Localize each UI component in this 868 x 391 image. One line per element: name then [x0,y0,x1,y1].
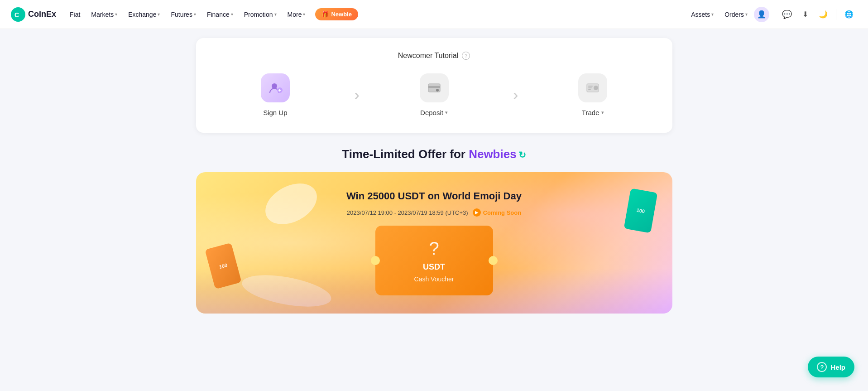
voucher-wrapper: ? USDT Cash Voucher [375,226,493,295]
promo-date: 2023/07/12 19:00 - 2023/07/19 18:59 (UTC… [347,208,521,217]
trade-label[interactable]: Trade ▾ [582,109,604,116]
deposit-label[interactable]: Deposit ▾ [420,109,448,116]
tutorial-title: Newcomer Tutorial [398,52,458,60]
step-trade: Trade ▾ [532,73,654,116]
message-icon: 💬 [782,10,792,19]
svg-point-10 [594,86,598,90]
logo-text: CoinEx [28,10,56,19]
chevron-down-icon: ▾ [194,12,196,17]
nav-item-futures[interactable]: Futures ▾ [166,7,200,22]
chevron-down-icon: ▾ [711,12,714,17]
step-signup: Sign Up [214,73,337,116]
nav-item-promotion[interactable]: Promotion ▾ [240,7,281,22]
main-content: Newcomer Tutorial ? Sign Up [185,29,683,323]
divider [774,9,774,20]
chevron-down-icon: ▾ [601,110,604,116]
avatar[interactable]: 👤 [754,7,769,22]
divider2 [836,9,836,20]
moon-icon: 🌙 [819,10,828,19]
nav-assets[interactable]: Assets ▾ [686,7,718,22]
download-icon: ⬇ [802,10,808,19]
tutorial-help-icon[interactable]: ? [462,52,470,60]
deposit-icon[interactable] [420,73,449,102]
voucher-card[interactable]: ? USDT Cash Voucher [375,226,493,295]
chevron-down-icon: ▾ [445,110,448,116]
tutorial-card: Newcomer Tutorial ? Sign Up [196,38,672,133]
nav-item-exchange[interactable]: Exchange ▾ [124,7,164,22]
deco-swirl-1 [262,176,320,231]
nav-item-finance[interactable]: Finance ▾ [202,7,238,22]
chevron-down-icon: ▾ [274,12,277,17]
tutorial-steps: Sign Up ›› Deposit ▾ [214,73,654,116]
navbar: C CoinEx Fiat Markets ▾ Exchange ▾ Futur… [0,0,868,29]
nav-item-fiat[interactable]: Fiat [65,7,85,22]
nav-orders[interactable]: Orders ▾ [720,7,752,22]
nav-item-markets[interactable]: Markets ▾ [86,7,122,22]
double-chevron-icon: ›› [513,87,513,103]
voucher-label: Cash Voucher [414,275,454,283]
nav-item-more[interactable]: More ▾ [283,7,310,22]
deco-card-right: 100 [623,188,657,233]
svg-rect-11 [588,86,593,87]
chevron-down-icon: ▾ [158,12,160,17]
play-icon: ▶ [473,208,481,217]
coming-soon-badge: ▶ Coming Soon [473,208,522,217]
svg-point-8 [436,89,439,92]
chevron-down-icon: ▾ [231,12,233,17]
step-arrow-1: ›› [336,87,373,103]
section-title: Time-Limited Offer for Newbies↻ [196,147,672,161]
svg-rect-7 [428,86,440,88]
step-arrow-2: ›› [495,87,532,103]
signup-label[interactable]: Sign Up [263,109,287,116]
message-icon-btn[interactable]: 💬 [779,6,795,23]
svg-rect-12 [588,87,592,88]
voucher-currency: USDT [423,262,445,272]
trade-icon[interactable] [578,73,607,102]
download-icon-btn[interactable]: ⬇ [797,6,813,23]
double-chevron-icon: ›› [355,87,355,103]
tutorial-header: Newcomer Tutorial ? [214,52,654,60]
voucher-question-mark: ? [429,238,439,259]
logo[interactable]: C CoinEx [11,7,56,22]
chevron-down-icon: ▾ [115,12,117,17]
step-deposit: Deposit ▾ [373,73,495,116]
chevron-down-icon: ▾ [745,12,748,17]
refresh-icon[interactable]: ↻ [518,150,526,160]
globe-icon: 🌐 [844,10,854,19]
dark-mode-icon-btn[interactable]: 🌙 [815,6,831,23]
newbie-button[interactable]: 🎁 Newbie [315,8,358,20]
promo-title: Win 25000 USDT on World Emoji Day [346,190,522,202]
chevron-down-icon: ▾ [303,12,305,17]
signup-icon[interactable] [261,73,290,102]
promo-banner: 100 100 Win 25000 USDT on World Emoji Da… [196,172,672,314]
navbar-right: Assets ▾ Orders ▾ 👤 💬 ⬇ 🌙 🌐 [686,6,857,23]
svg-text:C: C [14,11,19,19]
language-icon-btn[interactable]: 🌐 [841,6,857,23]
svg-rect-13 [588,89,591,90]
main-nav: Fiat Markets ▾ Exchange ▾ Futures ▾ Fina… [65,7,686,22]
